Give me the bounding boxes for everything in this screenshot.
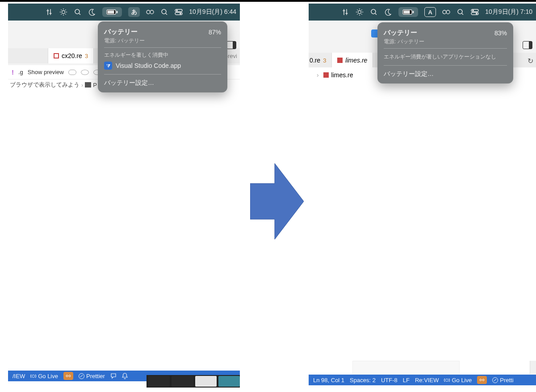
svg-point-28 xyxy=(480,379,482,381)
toggle-icon[interactable] xyxy=(68,70,76,75)
tab-cx20[interactable]: cx20.re 3 xyxy=(48,48,94,63)
file-icon xyxy=(337,58,343,63)
svg-point-13 xyxy=(66,375,68,377)
status-lang[interactable]: /IEW xyxy=(13,373,25,379)
tab-badge: 3 xyxy=(85,53,88,59)
thumb[interactable] xyxy=(218,376,240,387)
show-preview[interactable]: Show preview xyxy=(28,69,64,75)
tab-label: 0.re xyxy=(310,57,320,64)
svg-rect-19 xyxy=(413,11,414,13)
divider xyxy=(384,65,507,66)
feedback-icon[interactable] xyxy=(110,373,117,379)
breadcrumb-item[interactable]: ブラウザで表示してみよう xyxy=(10,81,80,89)
ime-indicator[interactable]: A xyxy=(424,7,436,17)
svg-point-16 xyxy=(371,9,376,14)
tab-limes[interactable]: limes.re xyxy=(332,53,373,68)
svg-point-14 xyxy=(69,375,71,377)
link-icon[interactable] xyxy=(146,8,154,16)
prettier-icon xyxy=(79,373,84,379)
copilot-icon[interactable] xyxy=(63,372,73,380)
ime-indicator[interactable]: あ xyxy=(128,7,140,17)
control-center-icon[interactable] xyxy=(175,8,183,16)
svg-point-20 xyxy=(443,10,446,14)
control-center-icon[interactable] xyxy=(471,8,479,16)
magnify-icon[interactable] xyxy=(74,8,82,16)
tab-partial[interactable]: 0.re 3 xyxy=(309,53,332,68)
tab-label: limes.re xyxy=(331,71,353,78)
app-name: Visual Studio Code.app xyxy=(116,62,181,69)
svg-point-7 xyxy=(162,9,166,14)
status-golive[interactable]: Go Live xyxy=(444,377,472,384)
battery-percent: 83% xyxy=(494,29,507,37)
clock[interactable]: 10月9日(月) 6:44 xyxy=(189,8,236,16)
energy-section: エネルギーを著しく消費中 xyxy=(104,50,221,60)
svg-point-11 xyxy=(180,13,181,14)
copilot-icon[interactable] xyxy=(477,376,487,384)
file-icon xyxy=(54,53,59,58)
thumb[interactable] xyxy=(148,376,170,387)
circle-icon[interactable] xyxy=(81,70,89,75)
svg-point-10 xyxy=(176,10,178,11)
tab-label: limes.re xyxy=(345,57,367,64)
panel-toggle-icon[interactable] xyxy=(523,41,532,49)
status-golive[interactable]: Go Live xyxy=(30,373,58,379)
battery-percent: 87% xyxy=(209,29,221,36)
svg-marker-30 xyxy=(250,163,304,239)
svg-point-27 xyxy=(446,379,448,381)
tab-label: cx20.re xyxy=(62,52,82,59)
battery-popover: バッテリー 83% 電源: バッテリー エネルギー消費が著しいアプリケーションな… xyxy=(377,22,513,83)
filetag: .g xyxy=(18,69,23,75)
thumb[interactable] xyxy=(172,376,193,387)
svg-rect-4 xyxy=(117,11,117,13)
screenshot-after: A 10月9日(月) 7:10 0.re 3 limes.re ↻ ⠀ › li… xyxy=(309,4,536,388)
energy-app-row[interactable]: ⧩ Visual Studio Code.app xyxy=(104,60,221,72)
divider xyxy=(104,47,221,48)
link-icon[interactable] xyxy=(442,8,450,16)
battery-menu-icon[interactable] xyxy=(398,7,418,17)
chevron-right-icon: › xyxy=(81,82,83,88)
status-eol[interactable]: LF xyxy=(403,377,410,384)
svg-point-15 xyxy=(358,11,361,14)
thumb[interactable] xyxy=(195,376,217,387)
panel-toggle-icon[interactable] xyxy=(226,41,236,49)
svg-point-22 xyxy=(458,9,462,14)
refresh-icon[interactable]: ↻ xyxy=(528,57,533,65)
tab-limes-2[interactable]: limes.re xyxy=(321,67,359,78)
svg-point-0 xyxy=(62,11,65,14)
status-prettier[interactable]: Prettier xyxy=(79,373,105,379)
clock[interactable]: 10月9日(月) 7:10 xyxy=(485,8,532,16)
brightness-icon[interactable] xyxy=(356,8,364,16)
svg-rect-3 xyxy=(108,11,114,13)
status-pos[interactable]: Ln 98, Col 1 xyxy=(313,377,344,384)
panel-area xyxy=(352,361,460,374)
status-encoding[interactable]: UTF-8 xyxy=(381,377,398,384)
magnify-icon[interactable] xyxy=(370,8,378,16)
scrollbar[interactable] xyxy=(530,361,536,374)
battery-menu-icon[interactable] xyxy=(102,7,122,17)
brightness-icon[interactable] xyxy=(59,8,67,16)
svg-point-26 xyxy=(476,13,477,14)
svg-point-25 xyxy=(473,10,474,11)
tools-icon[interactable] xyxy=(341,8,349,16)
tab-hidden[interactable] xyxy=(8,48,48,63)
popover-title: バッテリー xyxy=(384,29,417,37)
energy-section: エネルギー消費が著しいアプリケーションなし xyxy=(384,50,507,63)
tab-badge: 3 xyxy=(323,57,326,64)
moon-icon[interactable] xyxy=(88,8,96,16)
moon-icon[interactable] xyxy=(384,8,392,16)
battery-settings-link[interactable]: バッテリー設定… xyxy=(384,67,507,79)
status-lang[interactable]: Re:VIEW xyxy=(415,377,439,384)
power-source: 電源: バッテリー xyxy=(104,37,221,45)
status-prettier[interactable]: Pretti xyxy=(492,377,513,384)
spotlight-icon[interactable] xyxy=(456,8,465,16)
screenshot-before: あ 10月9日(月) 6:44 cx20.re 3 previ ! .g Sho… xyxy=(8,4,240,388)
tools-icon[interactable] xyxy=(45,8,53,16)
spotlight-icon[interactable] xyxy=(160,8,168,16)
file-icon xyxy=(323,72,329,78)
svg-point-12 xyxy=(32,375,35,377)
breadcrumb-item-2[interactable]: P xyxy=(93,82,97,88)
bell-icon[interactable] xyxy=(122,373,128,379)
battery-settings-link[interactable]: バッテリー設定… xyxy=(104,76,221,88)
macos-menubar: あ 10月9日(月) 6:44 xyxy=(8,4,240,21)
status-spaces[interactable]: Spaces: 2 xyxy=(350,377,376,384)
